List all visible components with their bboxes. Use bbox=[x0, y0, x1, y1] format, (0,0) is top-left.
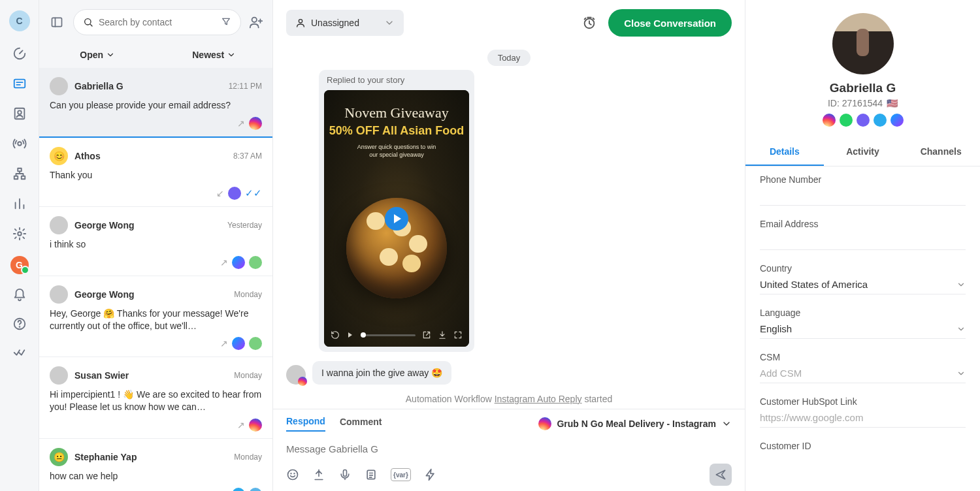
svg-rect-21 bbox=[344, 470, 347, 477]
dashboard-icon[interactable] bbox=[12, 46, 27, 61]
notifications-icon[interactable] bbox=[12, 287, 27, 303]
replay-icon[interactable] bbox=[331, 330, 340, 340]
messenger-icon[interactable] bbox=[890, 114, 904, 127]
search-input[interactable] bbox=[73, 9, 241, 35]
svg-point-9 bbox=[19, 326, 20, 327]
filter-icon[interactable] bbox=[221, 16, 231, 29]
conversation-item[interactable]: 😐Stephanie YapMondayhow can we help↗ bbox=[39, 439, 272, 491]
chevron-down-icon bbox=[956, 325, 966, 334]
agent-badge bbox=[249, 488, 262, 491]
tab-comment[interactable]: Comment bbox=[340, 417, 382, 431]
variable-icon[interactable]: {var} bbox=[391, 468, 411, 481]
progress-bar[interactable] bbox=[361, 334, 416, 336]
message-preview: i think so bbox=[50, 238, 262, 251]
open-external-icon[interactable] bbox=[422, 330, 431, 340]
fullscreen-icon[interactable] bbox=[453, 330, 463, 340]
incoming-story-reply: Replied to your story Novem Giveaway 50%… bbox=[319, 70, 474, 352]
language-field[interactable]: English bbox=[760, 323, 966, 339]
channel-icon bbox=[249, 419, 262, 432]
settings-icon[interactable] bbox=[12, 226, 27, 242]
tab-activity[interactable]: Activity bbox=[824, 138, 902, 166]
svg-point-7 bbox=[18, 232, 22, 236]
snippet-icon[interactable] bbox=[365, 468, 378, 481]
user-icon bbox=[295, 18, 306, 28]
inbox-icon[interactable] bbox=[12, 76, 27, 91]
contact-name: Athos bbox=[74, 151, 227, 161]
chevron-down-icon bbox=[956, 280, 966, 289]
workflow-event: Automation Workflow Instagram Auto Reply… bbox=[286, 394, 732, 404]
svg-rect-10 bbox=[52, 18, 62, 26]
workspace-avatar[interactable]: C bbox=[9, 10, 30, 31]
svg-point-2 bbox=[18, 110, 22, 114]
play-small-icon[interactable] bbox=[346, 331, 354, 339]
user-avatar[interactable]: G bbox=[10, 256, 29, 274]
new-conversation-icon[interactable] bbox=[246, 15, 266, 29]
country-field[interactable]: United States of America bbox=[760, 279, 966, 294]
hubspot-field[interactable]: https://www.google.com bbox=[760, 412, 966, 428]
assignee-dropdown[interactable]: Unassigned bbox=[286, 10, 404, 36]
story-media[interactable]: Novem Giveaway 50% OFF All Asian Food An… bbox=[324, 90, 469, 347]
messages-scroll[interactable]: Today Replied to your story Novem Giveaw… bbox=[273, 46, 745, 409]
help-icon[interactable] bbox=[12, 316, 27, 332]
search-field[interactable] bbox=[99, 17, 216, 27]
conversation-item[interactable]: Susan SwierMondayHi impercipient1 ! 👋 We… bbox=[39, 357, 272, 439]
viber-icon[interactable] bbox=[857, 114, 870, 127]
field-label: Customer ID bbox=[760, 441, 966, 451]
play-icon[interactable] bbox=[385, 207, 408, 230]
sort-filter[interactable]: Newest bbox=[156, 50, 273, 60]
close-conversation-button[interactable]: Close Conversation bbox=[608, 9, 732, 37]
field-label: Phone Number bbox=[760, 174, 966, 185]
channel-icon bbox=[249, 117, 262, 130]
avatar bbox=[50, 77, 68, 95]
date-separator: Today bbox=[286, 50, 732, 66]
brand-icon[interactable] bbox=[12, 345, 27, 360]
video-controls[interactable] bbox=[328, 327, 465, 343]
conversation-item[interactable]: George WongMondayHey, George 🤗 Thanks fo… bbox=[39, 276, 272, 358]
broadcast-icon[interactable] bbox=[12, 136, 27, 151]
reports-icon[interactable] bbox=[12, 196, 27, 212]
whatsapp-icon[interactable] bbox=[840, 114, 853, 127]
message-input[interactable] bbox=[286, 438, 732, 460]
timestamp: Monday bbox=[234, 290, 262, 299]
contacts-icon[interactable] bbox=[12, 106, 27, 121]
tab-respond[interactable]: Respond bbox=[286, 416, 325, 432]
send-button[interactable] bbox=[710, 464, 732, 486]
message-preview: Hey, George 🤗 Thanks for your message! W… bbox=[50, 308, 262, 332]
status-filter[interactable]: Open bbox=[39, 50, 156, 60]
contact-name: George Wong bbox=[74, 289, 227, 300]
incoming-message: I wanna join the give away 🤩 bbox=[312, 361, 451, 385]
attachment-icon[interactable] bbox=[312, 468, 325, 481]
workflows-icon[interactable] bbox=[12, 166, 27, 182]
contact-name: Gabriella G bbox=[74, 81, 222, 91]
voice-icon[interactable] bbox=[338, 468, 351, 481]
conversation-item[interactable]: George WongYesterdayi think so↗ bbox=[39, 207, 272, 276]
workflow-link[interactable]: Instagram Auto Reply bbox=[495, 394, 582, 404]
email-field[interactable] bbox=[760, 234, 966, 250]
svg-rect-0 bbox=[14, 80, 25, 88]
agent-badge bbox=[249, 337, 262, 350]
field-label: Email Address bbox=[760, 219, 966, 229]
field-label: Language bbox=[760, 308, 966, 318]
channel-selector[interactable]: Grub N Go Meal Delivery - Instagram bbox=[538, 417, 732, 430]
collapse-sidebar-icon[interactable] bbox=[46, 11, 68, 33]
tab-channels[interactable]: Channels bbox=[902, 138, 980, 166]
timestamp: 8:37 AM bbox=[233, 151, 262, 161]
chevron-down-icon bbox=[384, 18, 395, 28]
instagram-icon[interactable] bbox=[823, 114, 836, 127]
snooze-icon[interactable] bbox=[578, 12, 600, 34]
conversation-item[interactable]: Gabriella G12:11 PMCan you please provid… bbox=[39, 68, 272, 138]
phone-field[interactable] bbox=[760, 190, 966, 206]
instagram-icon bbox=[538, 417, 551, 430]
download-icon[interactable] bbox=[438, 330, 447, 340]
emoji-icon[interactable] bbox=[286, 468, 299, 481]
csm-field[interactable]: Add CSM bbox=[760, 368, 966, 383]
conversation-item[interactable]: 😊Athos8:37 AMThank you↙✓✓ bbox=[39, 138, 272, 207]
telegram-icon[interactable] bbox=[874, 114, 887, 127]
search-icon bbox=[83, 17, 93, 27]
read-icon: ✓✓ bbox=[245, 187, 262, 199]
avatar: 😊 bbox=[50, 147, 68, 165]
automation-icon[interactable] bbox=[424, 468, 437, 481]
contact-name: George Wong bbox=[74, 220, 221, 230]
tab-details[interactable]: Details bbox=[745, 138, 824, 166]
direction-icon: ↗ bbox=[220, 257, 228, 268]
